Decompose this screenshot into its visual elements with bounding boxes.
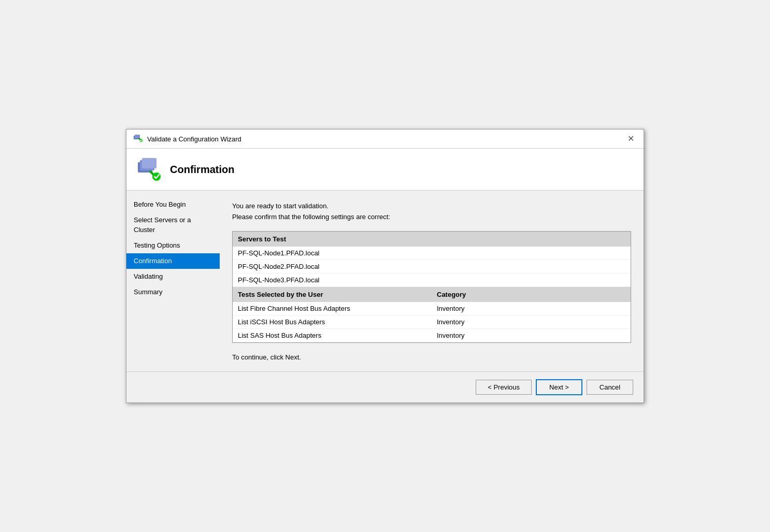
table-row: List iSCSI Host Bus Adapters Inventory — [233, 315, 631, 328]
next-button[interactable]: Next > — [536, 379, 582, 395]
servers-section-label: Servers to Test — [233, 232, 631, 247]
sidebar-item-before-you-begin[interactable]: Before You Begin — [126, 197, 220, 212]
test-category: Inventory — [432, 302, 631, 315]
continue-text: To continue, click Next. — [232, 353, 631, 361]
test-name: List iSCSI Host Bus Adapters — [233, 315, 432, 328]
wizard-header: Confirmation — [126, 149, 644, 191]
intro-line1: You are ready to start validation. — [232, 201, 631, 212]
sidebar-item-confirmation[interactable]: Confirmation — [126, 253, 220, 269]
page-title: Confirmation — [170, 164, 234, 176]
intro-text: You are ready to start validation. Pleas… — [232, 201, 631, 223]
header-icon — [137, 157, 162, 182]
table-row: List SAS Host Bus Adapters Inventory — [233, 328, 631, 342]
sidebar-item-validating[interactable]: Validating — [126, 269, 220, 284]
category-label: Category — [432, 286, 631, 302]
test-name: List SAS Host Bus Adapters — [233, 328, 432, 342]
table-row: PF-SQL-Node3.PFAD.local — [233, 273, 631, 286]
settings-table: Servers to Test PF-SQL-Node1.PFAD.local … — [233, 232, 631, 342]
table-row: PF-SQL-Node1.PFAD.local — [233, 247, 631, 260]
main-content: You are ready to start validation. Pleas… — [220, 191, 644, 371]
cancel-button[interactable]: Cancel — [587, 380, 633, 395]
wizard-icon — [133, 134, 143, 144]
tests-section-header: Tests Selected by the User Category — [233, 286, 631, 302]
test-category: Inventory — [432, 315, 631, 328]
sidebar-item-testing-options[interactable]: Testing Options — [126, 238, 220, 253]
servers-section-header: Servers to Test — [233, 232, 631, 247]
settings-box: Servers to Test PF-SQL-Node1.PFAD.local … — [232, 231, 631, 343]
title-bar-left: Validate a Configuration Wizard — [133, 134, 241, 144]
wizard-footer: < Previous Next > Cancel — [126, 371, 644, 402]
sidebar: Before You Begin Select Servers or a Clu… — [126, 191, 220, 371]
test-name: List Fibre Channel Host Bus Adapters — [233, 302, 432, 315]
server-name: PF-SQL-Node1.PFAD.local — [233, 247, 631, 260]
scroll-inner[interactable]: Servers to Test PF-SQL-Node1.PFAD.local … — [233, 232, 631, 342]
table-row: PF-SQL-Node2.PFAD.local — [233, 260, 631, 273]
sidebar-item-select-servers[interactable]: Select Servers or a Cluster — [126, 212, 220, 237]
test-category: Inventory — [432, 328, 631, 342]
title-bar: Validate a Configuration Wizard ✕ — [126, 130, 644, 149]
title-bar-title: Validate a Configuration Wizard — [147, 135, 241, 143]
tests-section-label: Tests Selected by the User — [233, 286, 432, 302]
wizard-window: Validate a Configuration Wizard ✕ Confir… — [126, 129, 644, 403]
server-name: PF-SQL-Node3.PFAD.local — [233, 273, 631, 286]
table-row: List Fibre Channel Host Bus Adapters Inv… — [233, 302, 631, 315]
close-button[interactable]: ✕ — [624, 134, 637, 144]
sidebar-item-summary[interactable]: Summary — [126, 284, 220, 300]
previous-button[interactable]: < Previous — [476, 380, 532, 395]
server-name: PF-SQL-Node2.PFAD.local — [233, 260, 631, 273]
content-area: Before You Begin Select Servers or a Clu… — [126, 191, 644, 371]
svg-rect-5 — [142, 158, 156, 168]
intro-line2: Please confirm that the following settin… — [232, 212, 631, 223]
